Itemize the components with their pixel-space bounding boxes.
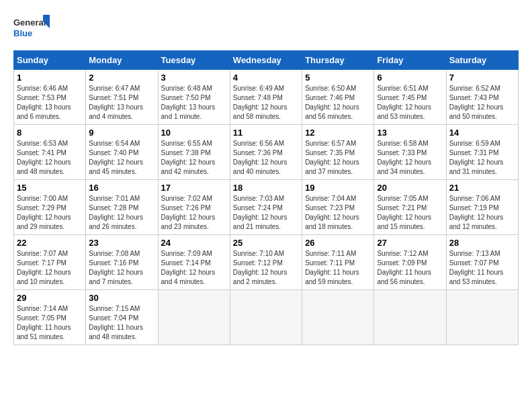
day-number: 19 [305, 183, 371, 193]
day-cell: 12Sunrise: 6:57 AM Sunset: 7:35 PM Dayli… [302, 125, 374, 180]
day-info: Sunrise: 7:05 AM Sunset: 7:21 PM Dayligh… [377, 194, 443, 232]
day-number: 27 [377, 238, 443, 248]
day-number: 7 [449, 73, 515, 83]
day-info: Sunrise: 7:04 AM Sunset: 7:23 PM Dayligh… [305, 194, 371, 232]
day-cell: 28Sunrise: 7:13 AM Sunset: 7:07 PM Dayli… [446, 235, 518, 290]
day-info: Sunrise: 6:51 AM Sunset: 7:45 PM Dayligh… [377, 84, 443, 122]
day-info: Sunrise: 7:15 AM Sunset: 7:04 PM Dayligh… [89, 304, 154, 342]
day-cell: 20Sunrise: 7:05 AM Sunset: 7:21 PM Dayli… [374, 180, 446, 235]
day-cell: 4Sunrise: 6:49 AM Sunset: 7:48 PM Daylig… [230, 70, 302, 125]
day-cell: 29Sunrise: 7:14 AM Sunset: 7:05 PM Dayli… [14, 290, 86, 345]
day-info: Sunrise: 7:12 AM Sunset: 7:09 PM Dayligh… [377, 249, 443, 287]
day-number: 1 [17, 73, 83, 83]
day-info: Sunrise: 6:54 AM Sunset: 7:40 PM Dayligh… [89, 139, 154, 177]
day-number: 4 [233, 73, 299, 83]
calendar-table: SundayMondayTuesdayWednesdayThursdayFrid… [13, 50, 519, 345]
day-cell: 19Sunrise: 7:04 AM Sunset: 7:23 PM Dayli… [302, 180, 374, 235]
day-number: 25 [233, 238, 299, 248]
week-row-3: 15Sunrise: 7:00 AM Sunset: 7:29 PM Dayli… [14, 180, 519, 235]
day-number: 10 [161, 128, 227, 138]
day-cell: 3Sunrise: 6:48 AM Sunset: 7:50 PM Daylig… [158, 70, 230, 125]
day-cell: 14Sunrise: 6:59 AM Sunset: 7:31 PM Dayli… [446, 125, 518, 180]
day-cell: 1Sunrise: 6:46 AM Sunset: 7:53 PM Daylig… [14, 70, 86, 125]
day-cell: 7Sunrise: 6:52 AM Sunset: 7:43 PM Daylig… [446, 70, 518, 125]
day-info: Sunrise: 6:48 AM Sunset: 7:50 PM Dayligh… [161, 84, 227, 122]
day-cell: 21Sunrise: 7:06 AM Sunset: 7:19 PM Dayli… [446, 180, 518, 235]
col-header-tuesday: Tuesday [158, 51, 230, 70]
week-row-2: 8Sunrise: 6:53 AM Sunset: 7:41 PM Daylig… [14, 125, 519, 180]
day-number: 29 [17, 293, 83, 303]
day-info: Sunrise: 7:13 AM Sunset: 7:07 PM Dayligh… [449, 249, 515, 287]
day-info: Sunrise: 6:55 AM Sunset: 7:38 PM Dayligh… [161, 139, 227, 177]
day-info: Sunrise: 6:47 AM Sunset: 7:51 PM Dayligh… [89, 84, 154, 122]
day-cell: 10Sunrise: 6:55 AM Sunset: 7:38 PM Dayli… [158, 125, 230, 180]
week-row-4: 22Sunrise: 7:07 AM Sunset: 7:17 PM Dayli… [14, 235, 519, 290]
day-number: 16 [89, 183, 154, 193]
day-number: 11 [233, 128, 299, 138]
day-number: 28 [449, 238, 515, 248]
day-info: Sunrise: 7:14 AM Sunset: 7:05 PM Dayligh… [17, 304, 83, 342]
col-header-thursday: Thursday [302, 51, 374, 70]
day-number: 22 [17, 238, 83, 248]
svg-text:Blue: Blue [13, 28, 32, 38]
day-number: 18 [233, 183, 299, 193]
page-header: General Blue [13, 13, 519, 44]
day-cell: 15Sunrise: 7:00 AM Sunset: 7:29 PM Dayli… [14, 180, 86, 235]
day-cell: 6Sunrise: 6:51 AM Sunset: 7:45 PM Daylig… [374, 70, 446, 125]
day-number: 23 [89, 238, 154, 248]
day-info: Sunrise: 6:46 AM Sunset: 7:53 PM Dayligh… [17, 84, 83, 122]
day-number: 14 [449, 128, 515, 138]
day-cell: 27Sunrise: 7:12 AM Sunset: 7:09 PM Dayli… [374, 235, 446, 290]
week-row-1: 1Sunrise: 6:46 AM Sunset: 7:53 PM Daylig… [14, 70, 519, 125]
day-cell: 8Sunrise: 6:53 AM Sunset: 7:41 PM Daylig… [14, 125, 86, 180]
day-number: 9 [89, 128, 154, 138]
day-info: Sunrise: 6:53 AM Sunset: 7:41 PM Dayligh… [17, 139, 83, 177]
day-cell [230, 290, 302, 345]
day-info: Sunrise: 7:11 AM Sunset: 7:11 PM Dayligh… [305, 249, 371, 287]
day-info: Sunrise: 7:03 AM Sunset: 7:24 PM Dayligh… [233, 194, 299, 232]
day-cell [446, 290, 518, 345]
day-info: Sunrise: 6:58 AM Sunset: 7:33 PM Dayligh… [377, 139, 443, 177]
logo: General Blue [13, 13, 50, 44]
day-number: 24 [161, 238, 227, 248]
col-header-sunday: Sunday [14, 51, 86, 70]
day-info: Sunrise: 7:10 AM Sunset: 7:12 PM Dayligh… [233, 249, 299, 287]
day-cell: 18Sunrise: 7:03 AM Sunset: 7:24 PM Dayli… [230, 180, 302, 235]
day-number: 21 [449, 183, 515, 193]
day-cell [158, 290, 230, 345]
day-info: Sunrise: 6:50 AM Sunset: 7:46 PM Dayligh… [305, 84, 371, 122]
day-cell: 26Sunrise: 7:11 AM Sunset: 7:11 PM Dayli… [302, 235, 374, 290]
day-number: 8 [17, 128, 83, 138]
day-cell [302, 290, 374, 345]
day-number: 6 [377, 73, 443, 83]
day-info: Sunrise: 6:59 AM Sunset: 7:31 PM Dayligh… [449, 139, 515, 177]
day-number: 26 [305, 238, 371, 248]
day-info: Sunrise: 7:00 AM Sunset: 7:29 PM Dayligh… [17, 194, 83, 232]
col-header-friday: Friday [374, 51, 446, 70]
day-number: 30 [89, 293, 154, 303]
day-cell: 24Sunrise: 7:09 AM Sunset: 7:14 PM Dayli… [158, 235, 230, 290]
day-cell [374, 290, 446, 345]
day-cell: 25Sunrise: 7:10 AM Sunset: 7:12 PM Dayli… [230, 235, 302, 290]
col-header-saturday: Saturday [446, 51, 518, 70]
day-cell: 30Sunrise: 7:15 AM Sunset: 7:04 PM Dayli… [86, 290, 158, 345]
day-info: Sunrise: 6:49 AM Sunset: 7:48 PM Dayligh… [233, 84, 299, 122]
day-info: Sunrise: 7:09 AM Sunset: 7:14 PM Dayligh… [161, 249, 227, 287]
day-cell: 11Sunrise: 6:56 AM Sunset: 7:36 PM Dayli… [230, 125, 302, 180]
day-cell: 5Sunrise: 6:50 AM Sunset: 7:46 PM Daylig… [302, 70, 374, 125]
day-cell: 13Sunrise: 6:58 AM Sunset: 7:33 PM Dayli… [374, 125, 446, 180]
day-info: Sunrise: 7:02 AM Sunset: 7:26 PM Dayligh… [161, 194, 227, 232]
day-cell: 9Sunrise: 6:54 AM Sunset: 7:40 PM Daylig… [86, 125, 158, 180]
col-header-monday: Monday [86, 51, 158, 70]
day-cell: 23Sunrise: 7:08 AM Sunset: 7:16 PM Dayli… [86, 235, 158, 290]
day-cell: 16Sunrise: 7:01 AM Sunset: 7:28 PM Dayli… [86, 180, 158, 235]
day-info: Sunrise: 6:57 AM Sunset: 7:35 PM Dayligh… [305, 139, 371, 177]
col-header-wednesday: Wednesday [230, 51, 302, 70]
svg-text:General: General [13, 17, 46, 28]
day-info: Sunrise: 7:06 AM Sunset: 7:19 PM Dayligh… [449, 194, 515, 232]
day-info: Sunrise: 7:07 AM Sunset: 7:17 PM Dayligh… [17, 249, 83, 287]
day-cell: 2Sunrise: 6:47 AM Sunset: 7:51 PM Daylig… [86, 70, 158, 125]
day-info: Sunrise: 7:01 AM Sunset: 7:28 PM Dayligh… [89, 194, 154, 232]
day-number: 2 [89, 73, 154, 83]
day-number: 17 [161, 183, 227, 193]
